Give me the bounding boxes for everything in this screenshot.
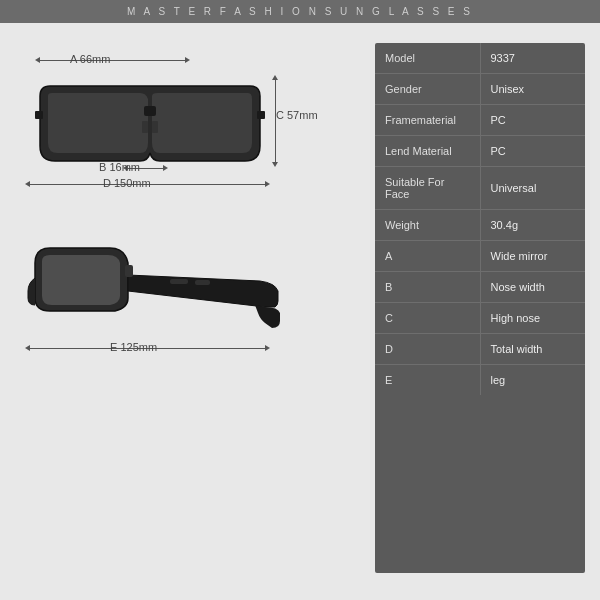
dim-a-line xyxy=(35,57,190,63)
spec-key-10: E xyxy=(375,365,481,395)
label-a: A 66mm xyxy=(70,53,110,65)
label-b: B 16mm xyxy=(99,161,140,173)
spec-key-5: Weight xyxy=(375,210,481,240)
spec-row-5: Weight30.4g xyxy=(375,210,585,241)
spec-val-9: Total width xyxy=(481,334,586,364)
spec-val-4: Universal xyxy=(481,167,586,209)
main-content: A 66mm xyxy=(0,23,600,593)
spec-val-2: PC xyxy=(481,105,586,135)
svg-rect-3 xyxy=(35,111,43,119)
svg-rect-4 xyxy=(257,111,265,119)
spec-key-0: Model xyxy=(375,43,481,73)
glasses-front-svg xyxy=(20,71,280,191)
spec-row-2: FramematerialPC xyxy=(375,105,585,136)
front-view-container: A 66mm xyxy=(15,53,285,208)
spec-row-6: AWide mirror xyxy=(375,241,585,272)
spec-key-8: C xyxy=(375,303,481,333)
arr-right-d xyxy=(265,181,270,187)
arr-right-b xyxy=(163,165,168,171)
svg-rect-1 xyxy=(142,121,148,133)
arr-right-e xyxy=(265,345,270,351)
line-c xyxy=(275,80,276,162)
svg-rect-6 xyxy=(170,279,188,284)
arr-down-c xyxy=(272,162,278,167)
specs-panel: Model9337GenderUnisexFramematerialPCLend… xyxy=(375,43,585,573)
arr-right-a xyxy=(185,57,190,63)
spec-val-7: Nose width xyxy=(481,272,586,302)
spec-row-4: Suitable For FaceUniversal xyxy=(375,167,585,210)
spec-row-10: Eleg xyxy=(375,365,585,395)
spec-key-7: B xyxy=(375,272,481,302)
spec-key-6: A xyxy=(375,241,481,271)
line-a xyxy=(40,60,185,61)
spec-row-7: BNose width xyxy=(375,272,585,303)
spec-row-8: CHigh nose xyxy=(375,303,585,334)
glasses-side-svg xyxy=(20,233,280,343)
spec-val-10: leg xyxy=(481,365,586,395)
label-e: E 125mm xyxy=(110,341,157,353)
spec-key-2: Framematerial xyxy=(375,105,481,135)
side-view-container: E 125mm xyxy=(15,233,285,363)
brand-text: M A S T E R F A S H I O N S U N G L A S … xyxy=(127,6,473,17)
svg-rect-5 xyxy=(125,265,133,277)
spec-key-3: Lend Material xyxy=(375,136,481,166)
spec-row-1: GenderUnisex xyxy=(375,74,585,105)
label-c: C 57mm xyxy=(276,109,318,121)
brand-header: M A S T E R F A S H I O N S U N G L A S … xyxy=(0,0,600,23)
spec-val-8: High nose xyxy=(481,303,586,333)
spec-val-6: Wide mirror xyxy=(481,241,586,271)
svg-rect-2 xyxy=(152,121,158,133)
spec-key-9: D xyxy=(375,334,481,364)
dim-c-line xyxy=(272,75,278,167)
spec-key-1: Gender xyxy=(375,74,481,104)
spec-val-3: PC xyxy=(481,136,586,166)
spec-row-3: Lend MaterialPC xyxy=(375,136,585,167)
spec-row-9: DTotal width xyxy=(375,334,585,365)
spec-val-0: 9337 xyxy=(481,43,586,73)
label-d: D 150mm xyxy=(103,177,151,189)
svg-rect-0 xyxy=(144,106,156,116)
spec-val-5: 30.4g xyxy=(481,210,586,240)
spec-row-0: Model9337 xyxy=(375,43,585,74)
spec-val-1: Unisex xyxy=(481,74,586,104)
left-panel: A 66mm xyxy=(15,43,360,573)
svg-rect-7 xyxy=(195,280,210,285)
spec-key-4: Suitable For Face xyxy=(375,167,481,209)
